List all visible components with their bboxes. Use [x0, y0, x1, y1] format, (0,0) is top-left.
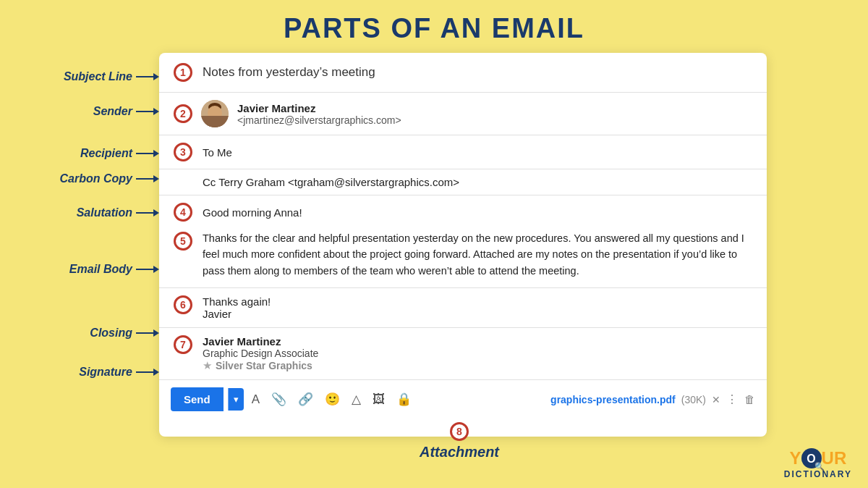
link-icon[interactable]: 🔗 [294, 389, 317, 410]
number-4: 4 [174, 203, 192, 222]
attachment-filename[interactable]: graphics-presentation.pdf [550, 394, 676, 405]
recipient-label: Recipient [80, 147, 159, 160]
attachment-area: graphics-presentation.pdf (30K) ✕ ⋮ 🗑 [550, 392, 755, 406]
number-2: 2 [174, 104, 192, 123]
attachment-label: Attachment [420, 444, 499, 460]
salutation-value: Good morning Anna! [203, 206, 302, 219]
closing-line1: Thanks again! [203, 295, 271, 308]
sender-text: Sender [93, 105, 132, 118]
attachment-label-area: 8 Attachment [420, 422, 499, 460]
email-body-row: 5 Thanks for the clear and helpful prese… [159, 224, 767, 288]
sender-details: Javier Martinez <jmartinez@silverstargra… [237, 102, 401, 126]
number-8-circle: 8 [450, 422, 469, 441]
subject-line-text: Subject Line [64, 70, 132, 83]
svg-point-4 [211, 110, 213, 112]
emoji-icon[interactable]: 🙂 [321, 389, 344, 410]
email-toolbar: Send ▾ A 📎 🔗 🙂 △ 🖼 🔒 graphics-presentati… [159, 380, 767, 418]
number-3: 3 [174, 143, 192, 161]
sig-name: Javier Martinez [203, 335, 318, 348]
email-sender-row: 2 [159, 93, 767, 135]
drive-icon[interactable]: △ [348, 389, 365, 410]
svg-point-6 [214, 112, 216, 114]
email-signature-row: 7 Javier Martinez Graphic Design Associa… [159, 328, 767, 380]
salutation-label: Salutation [77, 206, 159, 219]
number-7: 7 [174, 335, 192, 354]
page-title: PARTS OF AN EMAIL [0, 0, 868, 53]
cc-value: Cc Terry Graham <tgraham@silverstargraph… [174, 176, 459, 188]
sender-label: Sender [93, 105, 159, 118]
sig-title: Graphic Design Associate [203, 348, 318, 359]
lock-icon[interactable]: 🔒 [393, 389, 415, 410]
signature-label: Signature [79, 366, 159, 379]
email-cc-row: Cc Terry Graham <tgraham@silverstargraph… [159, 169, 767, 195]
send-button[interactable]: Send [171, 387, 224, 411]
signature-content: Javier Martinez Graphic Design Associate… [203, 335, 318, 372]
svg-point-2 [208, 103, 221, 112]
format-text-icon[interactable]: A [248, 390, 263, 410]
attachment-x-button[interactable]: ✕ [712, 394, 720, 405]
star-icon: ★ [203, 359, 212, 372]
salutation-text: Salutation [77, 206, 132, 219]
email-closing-row: 6 Thanks again! Javier [159, 288, 767, 328]
avatar [201, 100, 229, 127]
signature-text: Signature [79, 366, 132, 379]
attachment-size: (30K) [681, 394, 706, 405]
closing-content: Thanks again! Javier [203, 295, 271, 320]
email-panel: 1 Notes from yesterday’s meeting 2 [159, 53, 767, 437]
recipient-value: To Me [203, 146, 232, 159]
closing-text: Closing [90, 327, 132, 340]
email-body-label: Email Body [69, 263, 159, 276]
attachment-more-button[interactable]: ⋮ [726, 392, 739, 406]
email-body-text-content: Thanks for the clear and helpful present… [203, 230, 752, 279]
number-1: 1 [174, 63, 192, 82]
recipient-text: Recipient [80, 147, 132, 160]
email-recipient-row: 3 To Me [159, 135, 767, 169]
carbon-copy-text: Carbon Copy [60, 172, 132, 185]
send-dropdown-button[interactable]: ▾ [228, 388, 244, 411]
sender-email-address: <jmartinez@silverstargraphics.com> [237, 114, 401, 126]
attachment-delete-button[interactable]: 🗑 [744, 393, 755, 405]
email-salutation-row: 4 Good morning Anna! [159, 195, 767, 224]
svg-point-3 [205, 119, 224, 127]
image-icon[interactable]: 🖼 [369, 390, 388, 410]
closing-line2: Javier [203, 308, 271, 320]
sig-company-row: ★ Silver Star Graphics [203, 359, 318, 372]
number-5: 5 [174, 232, 192, 251]
closing-label: Closing [90, 327, 159, 340]
yourdictionary-logo: Y O 🔍 UR DICTIONARY [784, 448, 852, 479]
attach-icon[interactable]: 📎 [268, 389, 290, 410]
svg-point-5 [216, 110, 218, 112]
email-body-text: Email Body [69, 263, 132, 276]
carbon-copy-label: Carbon Copy [60, 172, 159, 185]
subject-line-label: Subject Line [64, 70, 159, 83]
sender-name: Javier Martinez [237, 102, 401, 114]
email-subject: Notes from yesterday’s meeting [203, 65, 375, 80]
email-subject-row: 1 Notes from yesterday’s meeting [159, 53, 767, 93]
sig-company: Silver Star Graphics [216, 360, 312, 371]
number-6: 6 [174, 295, 192, 314]
page-background: PARTS OF AN EMAIL Subject Line Sender [0, 0, 868, 488]
